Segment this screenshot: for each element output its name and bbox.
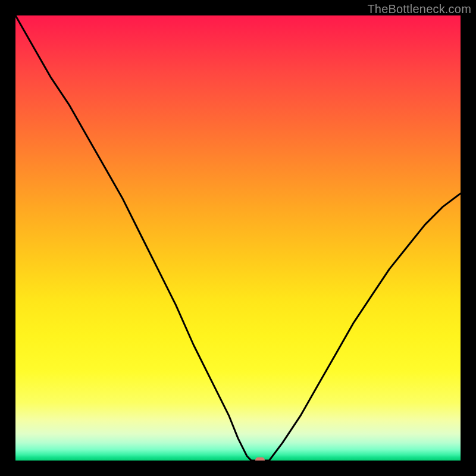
chart-frame: TheBottleneck.com	[0, 0, 476, 476]
watermark-text: TheBottleneck.com	[367, 2, 471, 16]
curve-path	[15, 15, 461, 461]
optimal-point-marker	[255, 458, 265, 461]
plot-area	[15, 15, 461, 461]
bottleneck-curve	[15, 15, 461, 461]
